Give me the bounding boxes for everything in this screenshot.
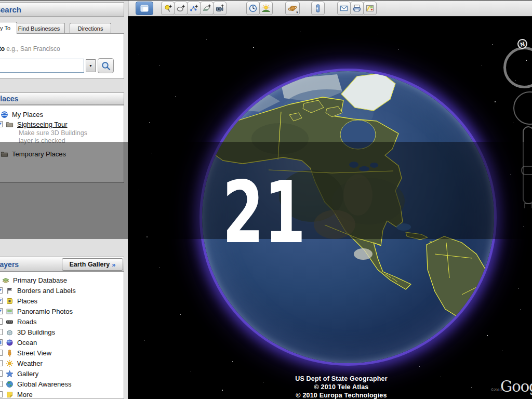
layer-checkbox[interactable] xyxy=(0,381,3,387)
historical-imagery-button[interactable] xyxy=(246,2,260,15)
toolbar-group-measure xyxy=(311,2,325,15)
layer-label: Gallery xyxy=(17,370,38,378)
tab-find-businesses[interactable]: Find Businesses xyxy=(13,23,65,34)
tree-item-link[interactable]: Sightseeing Tour xyxy=(17,121,68,128)
search-panel-header: Search xyxy=(0,2,124,17)
search-panel-title: Search xyxy=(0,5,119,14)
toolbar-group-time xyxy=(246,2,273,15)
fly-to-input[interactable] xyxy=(0,59,84,73)
check-icon xyxy=(0,298,2,303)
map-attribution: US Dept of State Geographer © 2010 Tele … xyxy=(258,375,424,399)
layer-checkbox[interactable] xyxy=(0,329,3,335)
view-in-maps-button[interactable] xyxy=(363,2,377,15)
record-tour-icon xyxy=(215,4,224,13)
layer-label: Places xyxy=(17,297,37,305)
tab-directions[interactable]: Directions xyxy=(70,23,111,34)
google-logo: Google xyxy=(500,378,532,395)
photo-icon xyxy=(6,308,14,315)
layer-label: Weather xyxy=(17,360,43,367)
tab-fly-to[interactable]: Fly To xyxy=(0,22,17,34)
layer-row-more[interactable]: More xyxy=(0,389,124,399)
layer-checkbox[interactable] xyxy=(0,391,3,397)
layers-panel-body: Primary Database Borders and Labels xyxy=(0,272,124,399)
pegman-icon xyxy=(6,349,14,357)
add-polygon-button[interactable] xyxy=(174,2,188,15)
tree-item-my-places[interactable]: My Places xyxy=(1,110,43,119)
dropdown-arrow-icon: ▼ xyxy=(89,64,92,68)
sunlight-icon xyxy=(261,4,271,13)
layer-checkbox[interactable] xyxy=(0,360,3,366)
add-polygon-icon xyxy=(176,4,185,13)
globe-icon xyxy=(6,380,14,388)
print-icon xyxy=(352,4,362,13)
layer-label: Panoramio Photos xyxy=(17,308,73,315)
building-icon xyxy=(6,328,14,336)
add-image-overlay-button[interactable] xyxy=(200,2,214,15)
add-path-button[interactable] xyxy=(187,2,201,15)
place-marker-icon xyxy=(6,297,14,305)
record-tour-button[interactable] xyxy=(213,2,227,15)
layer-row-primary-database[interactable]: Primary Database xyxy=(0,275,124,285)
layer-row-3d-buildings[interactable]: 3D Buildings xyxy=(0,327,124,337)
fly-to-hint: Fly to e.g., San Francisco xyxy=(0,45,60,52)
layer-row-panoramio[interactable]: Panoramio Photos xyxy=(0,306,124,316)
flag-icon xyxy=(6,287,14,295)
attribution-line: US Dept of State Geographer xyxy=(258,375,424,383)
layer-row-street-view[interactable]: Street View xyxy=(0,348,124,358)
search-button[interactable] xyxy=(98,58,114,73)
sightseeing-checkbox[interactable] xyxy=(0,121,3,127)
layer-label: Ocean xyxy=(17,339,37,347)
add-placemark-icon xyxy=(163,4,172,13)
tree-item-sightseeing-tour[interactable]: Sightseeing Tour xyxy=(0,119,68,129)
layer-checkbox[interactable] xyxy=(0,298,3,304)
layer-checkbox-partial[interactable] xyxy=(0,339,3,345)
toolbar-group-create xyxy=(161,2,227,15)
layer-row-borders[interactable]: Borders and Labels xyxy=(0,285,124,296)
input-dropdown-button[interactable]: ▼ xyxy=(86,59,96,72)
email-button[interactable] xyxy=(337,2,351,15)
layer-checkbox[interactable] xyxy=(0,308,3,314)
layer-row-weather[interactable]: Weather xyxy=(0,358,124,368)
attribution-line: © 2010 Europa Technologies xyxy=(258,391,424,399)
historical-imagery-icon xyxy=(248,4,258,13)
layer-checkbox[interactable] xyxy=(0,350,3,356)
magnifier-icon xyxy=(101,61,111,71)
attribution-line: © 2010 Tele Atlas xyxy=(258,383,424,391)
check-icon xyxy=(0,288,2,293)
layer-label: Roads xyxy=(17,318,37,326)
earth-gallery-button[interactable]: Earth Gallery » xyxy=(62,258,123,271)
sidebar-toggle-icon xyxy=(140,4,149,13)
compass-ring[interactable] xyxy=(503,47,532,88)
planets-button[interactable]: ▼ xyxy=(285,2,300,15)
check-icon xyxy=(0,122,2,127)
sunlight-button[interactable] xyxy=(259,2,273,15)
layer-row-roads[interactable]: Roads xyxy=(0,316,124,327)
layer-row-ocean[interactable]: Ocean xyxy=(0,337,124,348)
add-placemark-button[interactable] xyxy=(161,2,175,15)
google-earth-icon xyxy=(1,111,8,118)
move-joystick[interactable] xyxy=(513,91,532,125)
layer-checkbox[interactable] xyxy=(0,287,3,294)
email-icon xyxy=(339,4,349,13)
google-earth-window: ▼ xyxy=(0,0,532,399)
weather-icon xyxy=(6,360,14,367)
folder-icon xyxy=(6,121,14,128)
search-panel-body: Fly to e.g., San Francisco ▼ xyxy=(0,33,124,79)
ruler-button[interactable] xyxy=(311,2,325,15)
layers-panel-header: Layers Earth Gallery » xyxy=(0,257,124,272)
toggle-sidebar-button[interactable] xyxy=(136,2,153,15)
layer-label: Street View xyxy=(17,349,51,357)
toolbar-group-sidebar xyxy=(136,2,153,15)
layer-row-gallery[interactable]: Gallery xyxy=(0,368,124,379)
add-path-icon xyxy=(189,4,198,13)
print-button[interactable] xyxy=(350,2,364,15)
ocean-icon xyxy=(6,339,14,347)
layer-label: Borders and Labels xyxy=(17,287,76,295)
chevron-right-icon: » xyxy=(112,261,115,269)
layer-row-places[interactable]: Places xyxy=(0,296,124,306)
search-tabs: Fly To Find Businesses Directions xyxy=(0,22,128,34)
layer-checkbox[interactable] xyxy=(0,318,3,325)
layer-checkbox[interactable] xyxy=(0,370,3,377)
layer-row-global-awareness[interactable]: Global Awareness xyxy=(0,379,124,389)
toolbar-group-share xyxy=(337,2,377,15)
